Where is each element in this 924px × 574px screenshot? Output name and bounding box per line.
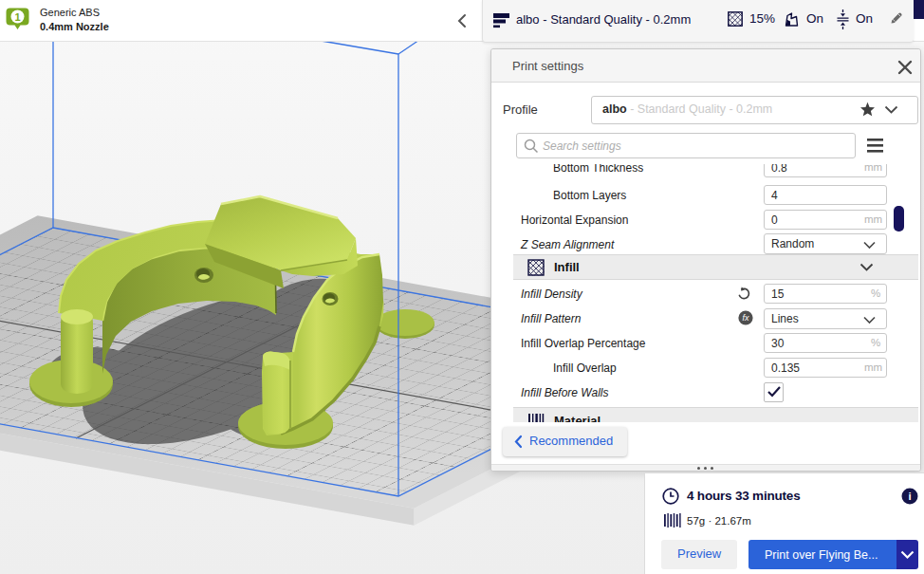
svg-text:i: i [908, 491, 911, 502]
svg-text:1: 1 [14, 11, 20, 23]
svg-text:fx: fx [742, 313, 749, 323]
